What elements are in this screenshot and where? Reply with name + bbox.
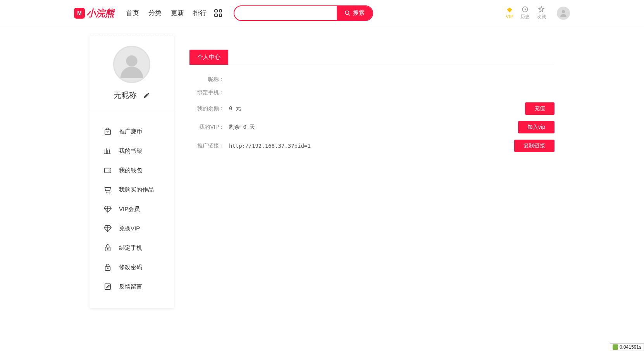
nav-item-3[interactable]: 排行 [193, 9, 207, 17]
sidebar-item-2[interactable]: 我的钱包 [90, 161, 174, 180]
main-nav: 首页分类更新排行 [126, 9, 207, 17]
sidebar-item-label: 我购买的作品 [119, 186, 154, 194]
avatar-placeholder-icon [118, 51, 145, 78]
header-favorites[interactable]: 收藏 [537, 6, 546, 20]
edit-nickname-icon[interactable] [143, 92, 150, 99]
logo[interactable]: M 小浣熊 [74, 7, 114, 19]
info-btn-2[interactable]: 充值 [525, 102, 554, 115]
sidebar-item-0[interactable]: 推广赚币 [90, 122, 174, 141]
header-vip-label: VIP [506, 14, 513, 19]
svg-line-9 [109, 149, 110, 154]
sidebar-item-8[interactable]: 反馈留言 [90, 277, 174, 296]
sidebar-item-label: 我的钱包 [119, 167, 142, 174]
sidebar-item-6[interactable]: 绑定手机 [90, 238, 174, 258]
tab-profile[interactable]: 个人中心 [189, 50, 228, 65]
info-label: 推广链接： [189, 142, 224, 149]
tab-header: 个人中心 [189, 50, 554, 65]
info-value: 剩余 0 天 [229, 124, 518, 131]
info-label: 绑定手机： [189, 89, 224, 96]
svg-point-12 [109, 170, 110, 171]
header-history-label: 历史 [520, 14, 530, 20]
sidebar: 无昵称 推广赚币我的书架我的钱包我购买的作品VIP会员兑换VIP绑定手机修改密码… [90, 34, 174, 308]
nav-item-2[interactable]: 更新 [171, 9, 184, 17]
info-list: 昵称：绑定手机：我的余额：0 元充值我的VIP：剩余 0 天加入vip推广链接：… [189, 65, 554, 163]
logo-text: 小浣熊 [86, 7, 114, 19]
info-label: 我的余额： [189, 105, 224, 112]
diamond-icon [103, 224, 112, 233]
nav-item-1[interactable]: 分类 [148, 9, 162, 17]
main-content: 个人中心 昵称：绑定手机：我的余额：0 元充值我的VIP：剩余 0 天加入vip… [189, 34, 554, 163]
svg-point-13 [106, 192, 107, 193]
svg-rect-15 [105, 247, 110, 251]
sidebar-menu: 推广赚币我的书架我的钱包我购买的作品VIP会员兑换VIP绑定手机修改密码反馈留言 [90, 110, 174, 308]
search-icon [344, 10, 351, 16]
svg-point-16 [107, 248, 108, 249]
star-icon [538, 6, 545, 13]
logo-icon: M [74, 8, 85, 19]
sidebar-item-label: VIP会员 [119, 206, 140, 213]
sidebar-nickname: 无昵称 [114, 90, 137, 100]
info-row-3: 我的VIP：剩余 0 天加入vip [189, 118, 554, 137]
clock-icon [522, 6, 529, 13]
search-bar: 搜索 [234, 5, 373, 21]
info-label: 我的VIP： [189, 124, 224, 131]
sidebar-item-5[interactable]: 兑换VIP [90, 219, 174, 238]
search-button[interactable]: 搜索 [337, 6, 372, 20]
sidebar-item-label: 推广赚币 [119, 128, 142, 135]
sidebar-item-label: 兑换VIP [119, 225, 140, 232]
wallet-icon [103, 166, 112, 175]
info-label: 昵称： [189, 76, 224, 83]
sidebar-item-label: 我的书架 [119, 147, 142, 155]
lock-icon [103, 244, 112, 252]
cart-icon [103, 185, 112, 194]
sidebar-profile: 无昵称 [90, 38, 174, 110]
books-icon [103, 147, 112, 155]
svg-point-4 [126, 55, 137, 67]
info-btn-4[interactable]: 复制链接 [514, 140, 554, 152]
info-row-1: 绑定手机： [189, 86, 554, 99]
grid-icon[interactable] [214, 9, 222, 17]
svg-point-18 [107, 268, 108, 269]
svg-point-14 [109, 192, 110, 193]
info-value: http://192.168.37.3?pid=1 [229, 143, 514, 149]
sidebar-item-7[interactable]: 修改密码 [90, 258, 174, 277]
bag-icon [103, 127, 112, 136]
edit-icon [103, 282, 112, 291]
sidebar-item-1[interactable]: 我的书架 [90, 141, 174, 161]
sidebar-item-label: 绑定手机 [119, 244, 142, 252]
svg-point-0 [345, 11, 349, 14]
search-button-label: 搜索 [353, 9, 365, 17]
sidebar-item-3[interactable]: 我购买的作品 [90, 180, 174, 199]
header-avatar[interactable] [557, 7, 570, 20]
header-favorites-label: 收藏 [537, 14, 546, 20]
vip-icon [506, 7, 513, 13]
svg-point-3 [562, 10, 565, 13]
info-row-4: 推广链接：http://192.168.37.3?pid=1复制链接 [189, 137, 554, 155]
info-btn-3[interactable]: 加入vip [518, 121, 554, 133]
header-history[interactable]: 历史 [520, 6, 530, 20]
diamond-icon [103, 205, 112, 213]
nav-item-0[interactable]: 首页 [126, 9, 139, 17]
header-vip[interactable]: VIP [506, 7, 513, 19]
sidebar-item-4[interactable]: VIP会员 [90, 199, 174, 219]
person-icon [559, 9, 568, 18]
info-value: 0 元 [229, 105, 525, 112]
info-row-2: 我的余额：0 元充值 [189, 99, 554, 118]
svg-line-1 [348, 14, 350, 16]
search-input[interactable] [234, 10, 337, 16]
sidebar-avatar[interactable] [113, 46, 150, 83]
lock-icon [103, 263, 112, 271]
info-row-0: 昵称： [189, 73, 554, 86]
svg-rect-17 [105, 266, 110, 270]
sidebar-item-label: 反馈留言 [119, 283, 142, 290]
sidebar-item-label: 修改密码 [119, 264, 142, 271]
